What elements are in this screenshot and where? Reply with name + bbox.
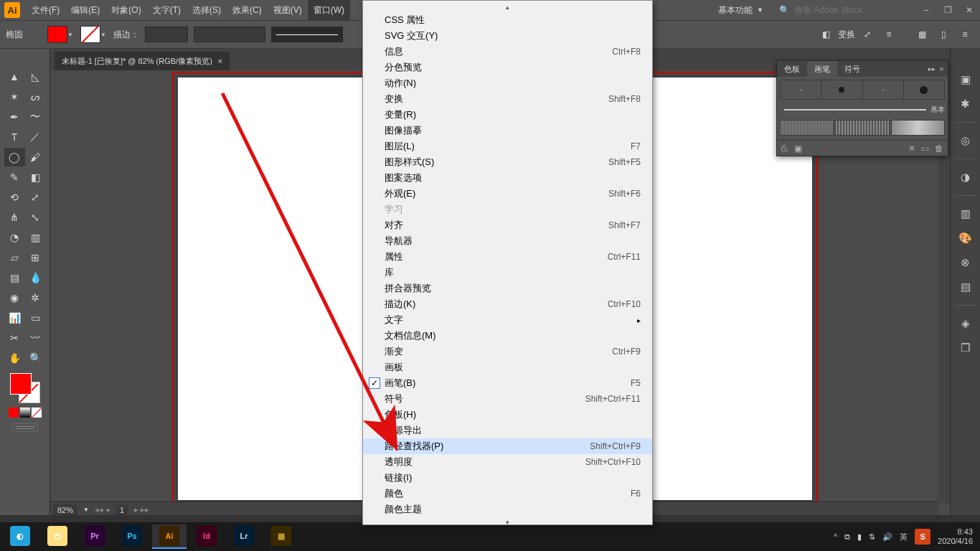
libraries-panel-icon[interactable]: ✱ bbox=[956, 95, 976, 113]
type-tool[interactable]: T bbox=[4, 128, 25, 146]
menu-object[interactable]: 对象(O) bbox=[105, 0, 146, 20]
gradient-tool[interactable]: ▤ bbox=[4, 268, 25, 287]
taskbar-app-illustrator[interactable]: Ai bbox=[152, 524, 187, 549]
panel-collapse-icon[interactable]: ▸▸ bbox=[928, 65, 936, 72]
zoom-field[interactable]: 82% bbox=[53, 504, 77, 516]
window-close[interactable]: ✕ bbox=[958, 0, 980, 20]
pen-tool[interactable]: ✒ bbox=[4, 108, 25, 126]
menu-item[interactable]: 拼合器预览 bbox=[363, 281, 652, 296]
magic-wand-tool[interactable]: ✶ bbox=[4, 88, 25, 106]
brush-library-icon[interactable]: ⎙. bbox=[781, 143, 788, 154]
stroke-panel-icon[interactable]: ⊗ bbox=[956, 253, 976, 272]
panel-menu-icon[interactable]: ≡ bbox=[940, 65, 943, 72]
taskbar-app-browser[interactable]: ◐ bbox=[3, 524, 37, 549]
hand-tool-alt[interactable]: 〰 bbox=[25, 329, 46, 347]
menu-item[interactable]: 路径查找器(P)Shift+Ctrl+F9 bbox=[363, 438, 652, 454]
taskbar-app-media[interactable]: ▦ bbox=[264, 524, 298, 549]
stroke-dropdown-icon[interactable]: ▼ bbox=[100, 32, 108, 38]
workspace-switcher[interactable]: 基本功能 ▼ bbox=[710, 4, 772, 17]
tray-ime-lang[interactable]: 英 bbox=[900, 532, 908, 542]
fill-swatch[interactable] bbox=[47, 26, 67, 43]
shaper-tool[interactable]: ✎ bbox=[4, 168, 25, 187]
deco-brush-row[interactable] bbox=[780, 118, 945, 137]
line-tool[interactable]: ／ bbox=[25, 128, 46, 146]
brush-def-field[interactable] bbox=[271, 27, 343, 42]
menu-effect[interactable]: 效果(C) bbox=[227, 0, 268, 20]
menu-view[interactable]: 视图(V) bbox=[268, 0, 308, 20]
screen-mode-button[interactable] bbox=[12, 423, 38, 432]
color-mode-none[interactable] bbox=[32, 408, 42, 418]
opacity-icon[interactable]: ◧ bbox=[816, 27, 835, 42]
fill-color[interactable] bbox=[10, 373, 32, 395]
tray-battery-icon[interactable]: ▮ bbox=[857, 532, 862, 542]
window-restore[interactable]: ❐ bbox=[937, 0, 958, 20]
free-transform-tool[interactable]: ⤡ bbox=[25, 208, 46, 227]
menu-item[interactable]: 画笔(B)F5 bbox=[363, 375, 652, 391]
menu-item[interactable]: 对齐Shift+F7 bbox=[363, 217, 652, 233]
menu-item[interactable]: 颜色主题 bbox=[363, 501, 652, 517]
new-brush-icon[interactable]: ▭ bbox=[921, 143, 929, 154]
menu-item[interactable]: 颜色F6 bbox=[363, 486, 652, 501]
taskbar-app-photoshop[interactable]: Ps bbox=[115, 524, 149, 549]
panel-menu-icon[interactable]: ≡ bbox=[956, 27, 974, 42]
menu-edit[interactable]: 编辑(E) bbox=[65, 0, 105, 20]
shape-builder-tool[interactable]: ◔ bbox=[4, 228, 25, 247]
menu-item[interactable]: 渐变Ctrl+F9 bbox=[363, 344, 652, 359]
menu-item[interactable]: 画板 bbox=[363, 359, 652, 375]
menu-item[interactable]: 文字 bbox=[363, 312, 652, 328]
taskbar-app-premiere[interactable]: Pr bbox=[77, 524, 112, 549]
width-tool[interactable]: ⋔ bbox=[4, 208, 25, 227]
artboards-panel-icon[interactable]: ❐ bbox=[956, 339, 976, 357]
menu-select[interactable]: 选择(S) bbox=[187, 0, 227, 20]
menu-item[interactable]: 属性Ctrl+F11 bbox=[363, 249, 652, 265]
menu-item[interactable]: 动作(N) bbox=[363, 75, 652, 91]
tab-swatches[interactable]: 色板 bbox=[777, 61, 807, 77]
properties-panel-icon[interactable]: ▣ bbox=[956, 70, 976, 89]
tray-clock[interactable]: 8:43 2020/4/16 bbox=[938, 527, 973, 546]
menu-item[interactable]: 图形样式(S)Shift+F5 bbox=[363, 154, 652, 170]
lasso-tool[interactable]: ᔕ bbox=[25, 88, 46, 106]
brush-options-icon[interactable]: ▣ bbox=[794, 143, 802, 154]
menu-scroll-up-icon[interactable]: ▴ bbox=[363, 2, 652, 12]
menu-item[interactable]: 色板(H) bbox=[363, 407, 652, 423]
slice-tool[interactable]: ✂ bbox=[4, 329, 25, 347]
perspective-tool[interactable]: ▱ bbox=[4, 248, 25, 267]
color-panel-icon[interactable]: ◑ bbox=[956, 168, 976, 187]
appearance-panel-icon[interactable]: ◈ bbox=[956, 314, 976, 333]
brush-row[interactable]: ·· bbox=[780, 80, 945, 100]
color-swatches[interactable] bbox=[10, 373, 40, 403]
eraser-tool[interactable]: ◧ bbox=[25, 168, 46, 187]
tray-vol-icon[interactable]: 🔊 bbox=[882, 532, 892, 542]
menu-item[interactable]: CSS 属性 bbox=[363, 12, 652, 28]
color-mode-gradient[interactable] bbox=[20, 408, 30, 418]
transform-icon[interactable]: ⤢ bbox=[858, 27, 877, 42]
menu-item[interactable]: SVG 交互(Y) bbox=[363, 28, 652, 44]
menu-item[interactable]: 导航器 bbox=[363, 233, 652, 249]
artboard-tool[interactable]: ▭ bbox=[25, 309, 46, 327]
menu-type[interactable]: 文字(T) bbox=[147, 0, 187, 20]
layers-panel-icon[interactable]: ▤ bbox=[956, 278, 976, 296]
curvature-tool[interactable]: 〜 bbox=[25, 108, 46, 126]
tray-net-icon[interactable]: ⇅ bbox=[869, 532, 875, 542]
document-tab[interactable]: 未标题-1 [已恢复]* @ 82% (RGB/像素预览) × bbox=[55, 52, 230, 70]
selection-tool[interactable]: ▲ bbox=[4, 67, 25, 86]
color-guide-icon[interactable]: 🎨 bbox=[956, 229, 976, 248]
menu-item[interactable]: 文档信息(M) bbox=[363, 328, 652, 344]
tab-close-icon[interactable]: × bbox=[218, 57, 222, 65]
live-paint-tool[interactable]: ▥ bbox=[25, 228, 46, 247]
fill-dropdown-icon[interactable]: ▼ bbox=[67, 32, 75, 38]
window-minimize[interactable]: – bbox=[915, 0, 937, 20]
swatches-panel-icon[interactable]: ▥ bbox=[956, 204, 976, 223]
symbol-sprayer-tool[interactable]: ✲ bbox=[25, 288, 46, 307]
menu-item[interactable]: 信息Ctrl+F8 bbox=[363, 44, 652, 60]
page-field[interactable]: 1 bbox=[116, 504, 128, 516]
menu-item[interactable]: 库 bbox=[363, 265, 652, 281]
stroke-weight-field[interactable] bbox=[145, 27, 188, 42]
menu-item[interactable]: 图层(L)F7 bbox=[363, 138, 652, 154]
menu-item[interactable]: 变量(R) bbox=[363, 107, 652, 123]
prefs-icon[interactable]: ▯ bbox=[934, 27, 953, 42]
stock-search[interactable]: 🔍 bbox=[772, 5, 915, 15]
doc-setup-icon[interactable]: ▦ bbox=[913, 27, 931, 42]
menu-item[interactable]: 图案选项 bbox=[363, 170, 652, 186]
basic-brush-row[interactable]: 基本 bbox=[780, 101, 945, 118]
